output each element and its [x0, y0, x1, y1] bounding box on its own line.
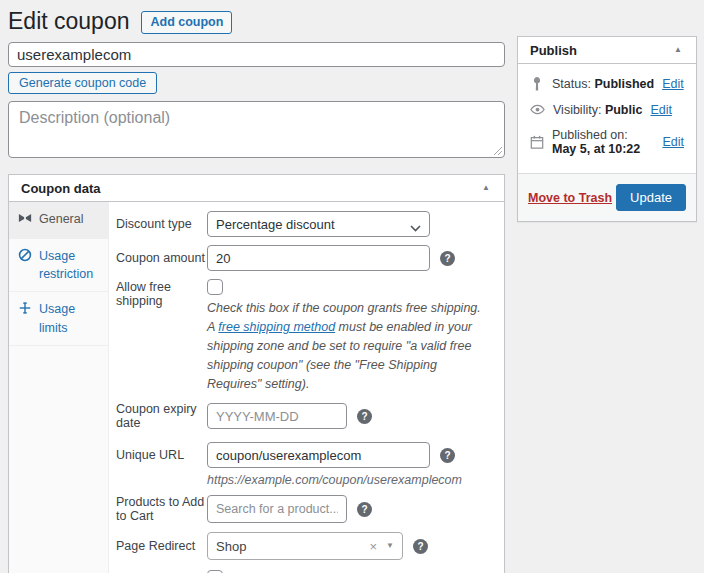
- description-textarea[interactable]: [8, 101, 505, 158]
- coupon-data-header: Coupon data ▲: [9, 175, 504, 202]
- discount-type-label: Discount type: [109, 217, 207, 231]
- side-column: Publish ▲ Status: Published Edit Visibil…: [517, 36, 697, 222]
- free-shipping-description: Check this box if the coupon grants free…: [207, 299, 485, 394]
- tab-general[interactable]: General: [9, 202, 108, 239]
- unique-url-input[interactable]: [207, 442, 430, 468]
- generate-coupon-code-button[interactable]: Generate coupon code: [8, 72, 157, 94]
- plus-icon: [18, 301, 32, 320]
- publish-footer: Move to Trash Update: [518, 173, 696, 221]
- coupon-amount-label: Coupon amount: [109, 251, 207, 265]
- products-to-add-row: Products to Add to Cart ?: [109, 495, 504, 523]
- published-on-row: Published on: May 5, at 10:22 Edit: [530, 128, 684, 156]
- free-shipping-row: Allow free shipping Check this box if th…: [109, 279, 504, 394]
- free-shipping-checkbox[interactable]: [207, 279, 223, 295]
- tab-usage-limits-label: Usage limits: [39, 300, 102, 336]
- edit-status-link[interactable]: Edit: [662, 77, 684, 91]
- help-icon[interactable]: ?: [357, 502, 372, 517]
- help-icon[interactable]: ?: [440, 251, 455, 266]
- description-area: [8, 101, 505, 161]
- products-to-add-label: Products to Add to Cart: [109, 495, 207, 523]
- unique-url-hint: https://example.com/coupon/userexampleco…: [207, 473, 462, 487]
- coupon-data-panel: Coupon data ▲ General: [8, 174, 505, 573]
- no-entry-icon: [18, 248, 32, 267]
- edit-published-on-link[interactable]: Edit: [662, 135, 684, 149]
- general-tab-fields: Discount type Percentage discount: [109, 202, 504, 573]
- collapse-arrow-icon[interactable]: ▲: [672, 44, 684, 56]
- main-column: Edit coupon Add coupon Generate coupon c…: [8, 0, 505, 573]
- product-search-input[interactable]: [207, 495, 347, 523]
- unique-url-label: Unique URL: [109, 442, 207, 487]
- unique-url-row: Unique URL ? https://example.com/coupon/…: [109, 442, 504, 487]
- discount-type-select[interactable]: Percentage discount: [207, 211, 430, 237]
- page-title: Edit coupon: [8, 8, 129, 36]
- visibility-row: Visibility: Public Edit: [530, 102, 684, 117]
- tab-usage-restriction-label: Usage restriction: [39, 247, 102, 283]
- tab-usage-limits[interactable]: Usage limits: [9, 292, 108, 345]
- page-redirect-label: Page Redirect: [109, 539, 207, 553]
- coupon-data-title: Coupon data: [21, 181, 100, 196]
- move-to-trash-link[interactable]: Move to Trash: [528, 191, 612, 205]
- help-icon[interactable]: ?: [357, 409, 372, 424]
- coupon-data-tabs: General Usage restriction: [9, 202, 109, 573]
- coupon-code-input[interactable]: [8, 42, 505, 67]
- coupon-amount-row: Coupon amount ?: [109, 245, 504, 271]
- update-button[interactable]: Update: [616, 184, 686, 211]
- publish-header: Publish ▲: [518, 37, 696, 64]
- page-redirect-row: Page Redirect Shop × ▼ ?: [109, 532, 504, 560]
- publish-body: Status: Published Edit Visibility: Publi…: [518, 64, 696, 173]
- dropdown-arrow-icon[interactable]: ▼: [386, 542, 394, 550]
- free-shipping-method-link[interactable]: free shipping method: [218, 320, 335, 334]
- clear-selection-icon[interactable]: ×: [367, 540, 379, 553]
- expiry-date-label: Coupon expiry date: [109, 402, 207, 430]
- publish-panel: Publish ▲ Status: Published Edit Visibil…: [517, 36, 697, 222]
- add-coupon-button[interactable]: Add coupon: [141, 11, 232, 34]
- publish-title: Publish: [530, 43, 577, 58]
- discount-type-row: Discount type Percentage discount: [109, 211, 504, 237]
- help-icon[interactable]: ?: [440, 448, 455, 463]
- eye-icon: [530, 102, 545, 117]
- page-header: Edit coupon Add coupon: [8, 9, 505, 35]
- page-redirect-value: Shop: [216, 539, 246, 554]
- status-text: Status: Published: [552, 77, 654, 91]
- tab-usage-restriction[interactable]: Usage restriction: [9, 239, 108, 292]
- tab-general-label: General: [39, 210, 83, 228]
- edit-visibility-link[interactable]: Edit: [650, 103, 672, 117]
- published-on-text: Published on: May 5, at 10:22: [552, 128, 654, 156]
- help-icon[interactable]: ?: [413, 539, 428, 554]
- expiry-date-input[interactable]: [207, 403, 347, 429]
- pin-icon: [530, 77, 544, 91]
- coupon-amount-input[interactable]: [207, 245, 430, 271]
- visibility-text: Visibility: Public: [553, 103, 642, 117]
- page-redirect-select[interactable]: Shop × ▼: [207, 532, 403, 560]
- coupon-data-body: General Usage restriction: [9, 202, 504, 573]
- expiry-date-row: Coupon expiry date ?: [109, 402, 504, 430]
- free-shipping-label: Allow free shipping: [109, 279, 207, 394]
- status-row: Status: Published Edit: [530, 77, 684, 91]
- general-icon: [18, 211, 32, 230]
- collapse-arrow-icon[interactable]: ▲: [480, 182, 492, 194]
- calendar-icon: [530, 135, 544, 149]
